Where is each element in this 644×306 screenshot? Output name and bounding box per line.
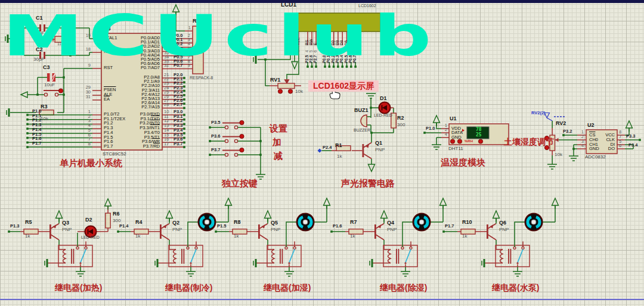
adjust-dot[interactable] <box>240 134 244 138</box>
junction-dot <box>333 65 335 68</box>
ground-icon <box>432 145 441 149</box>
mcu-minimal-system <box>5 5 203 150</box>
junction-dot <box>183 86 185 88</box>
junction-dot <box>183 132 185 135</box>
junction-dot <box>183 146 185 148</box>
junction-dot <box>215 230 217 233</box>
junction-dot <box>183 114 185 116</box>
led-icon <box>85 226 97 238</box>
resistor-body <box>39 110 54 115</box>
ground-icon <box>284 271 294 276</box>
relay-block-5 <box>442 198 558 276</box>
junction-dot <box>337 65 339 68</box>
ground-arrow-icon <box>369 164 375 171</box>
push-button-P3.7[interactable] <box>209 148 261 156</box>
power-down-icon <box>292 62 298 69</box>
junction-dot <box>209 154 211 156</box>
adc0832-body <box>586 130 617 154</box>
mcu-chip-body <box>101 33 162 150</box>
resistor-body <box>106 213 110 228</box>
junction-dot <box>639 139 641 141</box>
adjust-dot[interactable] <box>240 148 244 152</box>
alarm-circuit <box>318 93 397 171</box>
power-left-icon <box>21 92 27 98</box>
junction-dot <box>26 132 29 135</box>
power-up-icon <box>626 121 633 128</box>
ground-bar-icon <box>155 259 157 267</box>
ground-icon <box>366 93 376 98</box>
junction-dot <box>183 81 185 83</box>
relay-coil <box>272 249 275 263</box>
relay-coil <box>63 249 66 263</box>
led-icon <box>379 102 391 114</box>
proteus-schematic-canvas: C130pFC230pFX111.0592MC310uFR310kU3STC89… <box>0 0 644 306</box>
ground-icon <box>256 174 265 179</box>
adjust-dot[interactable] <box>544 145 549 149</box>
adjust-dot[interactable] <box>478 139 482 143</box>
junction-dot <box>26 123 29 126</box>
power-up-icon <box>265 211 271 218</box>
adjust-dot[interactable] <box>58 89 63 93</box>
ground-icon <box>547 164 557 169</box>
respack-body <box>193 26 203 74</box>
lcd-callout-label: LCD1602显示屏 <box>308 80 379 92</box>
junction-dot <box>311 65 313 68</box>
relay-block-1 <box>8 199 111 276</box>
junction-dot <box>423 132 426 134</box>
transistor-bar <box>160 224 162 239</box>
lcd-screen <box>286 13 380 32</box>
ground-icon <box>401 271 410 276</box>
resistor-body <box>24 229 38 234</box>
relay-coil <box>174 249 177 263</box>
junction-dot <box>562 134 565 136</box>
junction-dot <box>26 142 29 144</box>
junction-dot <box>26 146 29 148</box>
p24-net-diamond <box>318 149 322 153</box>
junction-dot <box>354 65 357 68</box>
junction-dot <box>26 127 29 130</box>
buzzer-icon <box>361 115 367 127</box>
ground-bar-icon <box>482 259 484 267</box>
relay-block-2 <box>117 198 231 276</box>
transistor-bar <box>49 224 51 239</box>
junction-dot <box>329 65 331 68</box>
adjust-dot[interactable] <box>288 89 292 93</box>
ground-icon <box>186 271 196 276</box>
junction-dot <box>183 118 185 121</box>
junction-dot <box>117 230 119 233</box>
power-up-icon <box>552 198 559 205</box>
junction-dot <box>330 230 333 233</box>
rv1-pot-body <box>278 83 295 89</box>
independent-keys <box>209 120 265 179</box>
junction-dot <box>183 77 185 79</box>
junction-dot <box>324 65 326 68</box>
junction-dot <box>346 65 348 68</box>
dht11-display <box>467 127 489 139</box>
power-up-icon <box>56 211 63 218</box>
transistor-bar <box>258 224 260 239</box>
power-up-icon <box>173 5 179 12</box>
voltage-probe-icon <box>544 113 550 118</box>
power-up-icon <box>440 198 447 205</box>
resistor-body <box>461 229 475 234</box>
relay-coil <box>500 249 503 263</box>
push-button-P3.5[interactable] <box>209 120 261 129</box>
dht11-module <box>423 115 509 149</box>
junction-dot <box>370 107 372 109</box>
adjust-dot[interactable] <box>544 136 549 140</box>
resistor-body <box>391 113 396 128</box>
junction-dot <box>183 137 185 139</box>
adjust-dot[interactable] <box>457 139 462 143</box>
relay-block-3 <box>215 198 330 276</box>
push-button-P3.6[interactable] <box>209 134 261 142</box>
junction-dot <box>183 142 185 144</box>
adjust-dot[interactable] <box>240 120 244 124</box>
junction-dot <box>315 65 317 68</box>
ground-bar-icon <box>253 259 256 267</box>
ground-bar-icon <box>253 55 256 64</box>
adjust-dot[interactable] <box>278 89 282 93</box>
q1-transistor <box>363 144 364 157</box>
junction-dot <box>370 132 373 134</box>
adjust-dot[interactable] <box>450 139 454 143</box>
motor-icon <box>525 214 543 231</box>
